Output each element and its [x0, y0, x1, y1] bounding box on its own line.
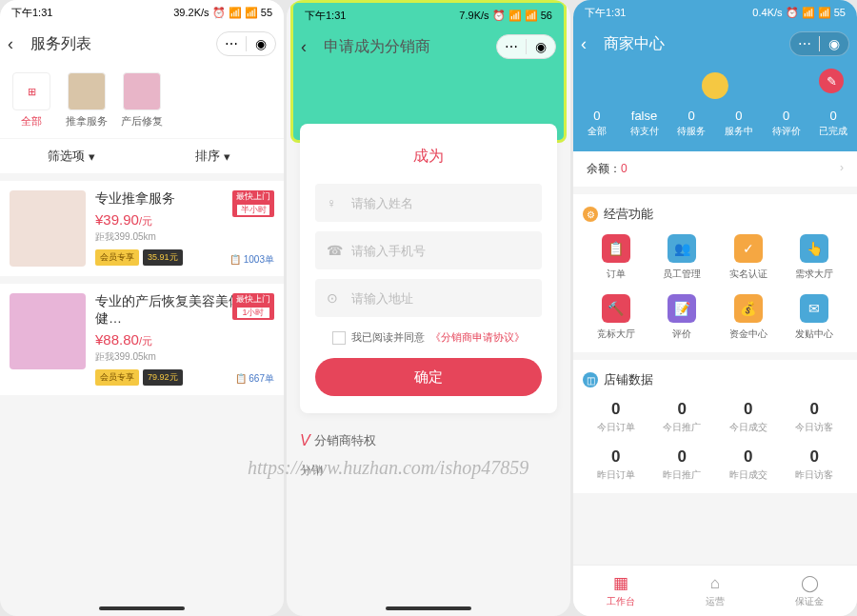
tab-工作台[interactable]: ▦工作台: [573, 566, 668, 616]
privilege-sub: 分销: [300, 463, 557, 479]
status-icons: 7.9K/s ⏰ 📶 📶 56: [459, 10, 552, 22]
func-竞标大厅[interactable]: 🔨竞标大厅: [583, 294, 649, 341]
status-bar: 下午1:31 7.9K/s ⏰ 📶 📶 56: [293, 3, 564, 28]
filter-button[interactable]: 筛选项▾: [0, 139, 142, 173]
service-image: [10, 293, 86, 369]
data-item: 0昨日推广: [649, 447, 716, 482]
close-icon[interactable]: ◉: [820, 32, 848, 55]
data-item: 0今日访客: [782, 400, 848, 434]
func-评价[interactable]: 📝评价: [649, 294, 716, 341]
screen-service-list: 下午1:31 39.2K/s ⏰ 📶 📶 55 ‹ 服务列表 ⋯ ◉ ⊞ 全部 …: [0, 0, 284, 616]
agreement-link[interactable]: 《分销商申请协议》: [430, 330, 525, 345]
status-bar: 下午1:31 0.4K/s ⏰ 📶 📶 55: [573, 0, 857, 25]
balance-bar[interactable]: 余额：0 ›: [573, 151, 857, 187]
page-title: 服务列表: [30, 34, 91, 54]
data-item: 0昨日订单: [583, 447, 649, 482]
avatar[interactable]: [702, 72, 728, 99]
category-thumb: [123, 72, 161, 110]
gear-icon: ⚙: [583, 207, 598, 222]
location-icon: ⊙: [327, 290, 342, 306]
person-icon: ♀: [327, 195, 342, 210]
header-banner: 下午1:31 7.9K/s ⏰ 📶 📶 56 ‹ 申请成为分销商 ⋯ ◉: [290, 0, 567, 143]
door-tag: 最快上门半小时: [232, 190, 274, 217]
page-title: 申请成为分销商: [324, 37, 430, 57]
screen-apply-distributor: 下午1:31 7.9K/s ⏰ 📶 📶 56 ‹ 申请成为分销商 ⋯ ◉ 成为 …: [287, 0, 570, 616]
data-item: 0今日成交: [715, 400, 782, 434]
stat-item[interactable]: 0已完成: [809, 109, 857, 138]
func-员工管理[interactable]: 👥员工管理: [649, 234, 716, 281]
submit-button[interactable]: 确定: [315, 358, 542, 396]
category-postpartum[interactable]: 产后修复: [118, 72, 166, 129]
phone-input[interactable]: [351, 244, 530, 258]
menu-icon[interactable]: ⋯: [497, 35, 526, 58]
shop-data-section: ◫店铺数据 0今日订单0今日推广0今日成交0今日访客 0昨日订单0昨日推广0昨日…: [573, 360, 857, 493]
func-实名认证[interactable]: ✓实名认证: [715, 234, 782, 281]
service-distance: 距我399.05km: [95, 350, 274, 364]
sort-button[interactable]: 排序▾: [142, 139, 284, 173]
chevron-down-icon: ▾: [89, 149, 95, 164]
func-资金中心[interactable]: 💰资金中心: [715, 294, 782, 341]
chevron-right-icon: ›: [840, 161, 844, 174]
chevron-down-icon: ▾: [224, 149, 230, 164]
data-item: 0昨日成交: [715, 447, 782, 482]
name-field[interactable]: ♀: [315, 184, 542, 222]
stat-item[interactable]: 0全部: [573, 109, 621, 138]
service-distance: 距我399.05km: [95, 230, 274, 244]
status-time: 下午1:31: [305, 9, 346, 23]
service-card[interactable]: 专业的产后恢复美容美体保健… ¥88.80/元 距我399.05km 会员专享 …: [0, 284, 284, 395]
data-item: 0昨日访客: [782, 447, 848, 482]
edit-icon[interactable]: ✎: [819, 69, 844, 93]
status-bar: 下午1:31 39.2K/s ⏰ 📶 📶 55: [0, 0, 284, 25]
category-massage[interactable]: 推拿服务: [63, 72, 110, 129]
back-icon[interactable]: ‹: [581, 34, 600, 54]
stat-item[interactable]: 0服务中: [715, 109, 763, 138]
order-stats: 0全部false待支付0待服务0服务中0待评价0已完成: [573, 109, 857, 138]
privilege-title: V分销商特权: [300, 432, 557, 449]
name-input[interactable]: [351, 196, 530, 210]
tab-运营[interactable]: ⌂运营: [668, 566, 762, 616]
vip-badge: 会员专享: [95, 249, 139, 266]
grid-icon: ⊞: [12, 72, 50, 110]
tab-保证金[interactable]: ◯保证金: [763, 566, 857, 616]
menu-icon[interactable]: ⋯: [790, 32, 819, 55]
section-title: ◫店铺数据: [583, 371, 847, 388]
agreement-row: 我已阅读并同意 《分销商申请协议》: [315, 330, 542, 345]
vip-price-badge: 35.91元: [143, 249, 183, 266]
order-count: 📋 667单: [235, 372, 274, 386]
section-title: ⚙经营功能: [583, 206, 847, 223]
screen-merchant-center: 下午1:31 0.4K/s ⏰ 📶 📶 55 ‹ 商家中心 ⋯ ◉ ✎ 0全部f…: [573, 0, 857, 616]
miniprogram-capsule: ⋯ ◉: [496, 34, 556, 59]
privilege-section: V分销商特权 分销: [300, 432, 557, 479]
address-field[interactable]: ⊙: [315, 279, 542, 317]
func-需求大厅[interactable]: 👆需求大厅: [782, 234, 848, 281]
service-image: [10, 190, 86, 267]
nav-bar: ‹ 服务列表 ⋯ ◉: [0, 25, 284, 63]
close-icon[interactable]: ◉: [527, 35, 555, 58]
data-item: 0今日订单: [583, 400, 649, 434]
home-indicator: [99, 606, 185, 610]
service-card[interactable]: 专业推拿服务 ¥39.90/元 距我399.05km 会员专享 35.91元 最…: [0, 181, 284, 276]
address-input[interactable]: [351, 291, 530, 306]
status-time: 下午1:31: [585, 6, 626, 20]
menu-icon[interactable]: ⋯: [217, 32, 246, 55]
phone-field[interactable]: ☎: [315, 231, 542, 269]
back-icon[interactable]: ‹: [8, 34, 27, 54]
form-card: 成为 ♀ ☎ ⊙ 我已阅读并同意 《分销商申请协议》 确定: [300, 124, 557, 413]
func-订单[interactable]: 📋订单: [583, 234, 649, 281]
stat-item[interactable]: 0待服务: [668, 109, 715, 138]
category-row: ⊞ 全部 推拿服务 产后修复: [0, 63, 284, 138]
category-thumb: [68, 72, 106, 110]
func-发贴中心[interactable]: ✉发贴中心: [782, 294, 848, 341]
stat-item[interactable]: 0待评价: [763, 109, 810, 138]
stat-item[interactable]: false待支付: [621, 109, 668, 138]
door-tag: 最快上门1小时: [232, 293, 274, 320]
miniprogram-capsule: ⋯ ◉: [789, 31, 849, 56]
phone-icon: ☎: [327, 243, 342, 258]
nav-bar: ‹ 商家中心 ⋯ ◉: [573, 25, 857, 63]
agree-checkbox[interactable]: [332, 331, 346, 345]
back-icon[interactable]: ‹: [301, 37, 320, 57]
close-icon[interactable]: ◉: [247, 32, 275, 55]
category-all[interactable]: ⊞ 全部: [8, 72, 55, 129]
service-price: ¥88.80/元: [95, 331, 274, 348]
status-time: 下午1:31: [11, 6, 52, 20]
